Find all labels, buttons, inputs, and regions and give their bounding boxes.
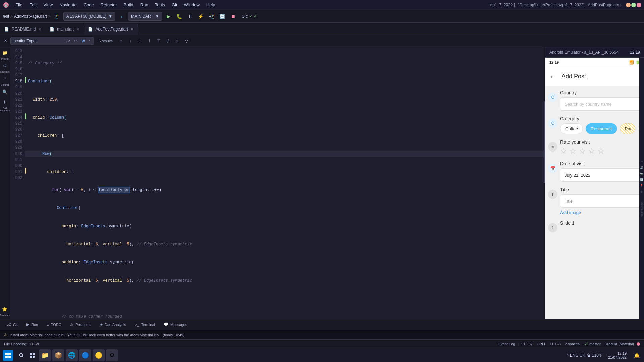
flutter-outline-btn[interactable]: Flutter Outline — [641, 202, 643, 217]
find-option1[interactable]: ⊺ — [146, 37, 153, 45]
star-5[interactable]: ☆ — [598, 147, 604, 156]
close-main-tab[interactable]: ✕ — [76, 27, 79, 31]
event-log-item[interactable]: Event Log — [497, 342, 517, 346]
chrome-icon[interactable]: 🟡 — [93, 349, 105, 361]
run-button[interactable]: ▶ — [164, 12, 173, 21]
menu-edit[interactable]: Edit — [26, 2, 39, 8]
menu-git[interactable]: Git — [169, 2, 180, 8]
find-option3[interactable]: ⊬ — [164, 37, 172, 45]
task-view-icon[interactable] — [27, 350, 38, 361]
deco-delete-icon[interactable]: 🗑 — [640, 190, 644, 194]
menu-refactor[interactable]: Refactor — [98, 2, 120, 8]
more-run-button[interactable]: 🔄 — [218, 12, 227, 21]
app-icon-extra[interactable]: ⚙ — [106, 349, 118, 361]
activity-icon-favorites[interactable]: ⭐ — [0, 305, 9, 313]
deco-location-icon[interactable]: 📍 — [640, 184, 644, 188]
maximize-button[interactable]: □ — [631, 3, 636, 7]
star-4[interactable]: ☆ — [588, 147, 595, 156]
line-ending-item[interactable]: CRLF — [535, 342, 548, 346]
flash-button[interactable]: ⚡ — [197, 12, 205, 21]
edge-icon[interactable]: 🔵 — [79, 349, 91, 361]
star-3[interactable]: ☆ — [579, 147, 586, 156]
tab-problems[interactable]: ⚠ Problems — [66, 320, 95, 329]
find-next-btn[interactable]: ↓ — [127, 37, 134, 45]
tab-terminal[interactable]: >_ Terminal — [131, 320, 159, 329]
tab-todo[interactable]: ≡ TODO — [43, 320, 65, 329]
menu-build[interactable]: Build — [121, 2, 136, 8]
deco-sound-icon[interactable]: 🔊 — [640, 166, 644, 170]
menu-code[interactable]: Code — [81, 2, 97, 8]
tab-git[interactable]: ⎇ Git — [3, 320, 22, 329]
device-button[interactable]: 📲 — [207, 12, 216, 21]
chip-coffee[interactable]: Coffee — [560, 123, 583, 134]
deco-back-icon[interactable]: ↩ — [640, 160, 644, 164]
back-button[interactable]: ← — [549, 73, 556, 80]
tab-readme[interactable]: 📄 README.md ✕ — [0, 24, 45, 35]
activity-icon-commit[interactable]: ⑂ — [1, 74, 9, 83]
deco-camera-icon[interactable]: 📷 — [640, 172, 644, 176]
find-filter-btn[interactable]: ▽ — [183, 37, 191, 45]
whole-word-btn[interactable]: W — [80, 39, 86, 43]
device-selector[interactable]: A 13 API 30 (MOBILE) ▼ — [63, 12, 115, 21]
chip-restaurant[interactable]: Restaurant — [586, 123, 617, 134]
browser-icon[interactable]: 🌐 — [66, 349, 78, 361]
undo-find-btn[interactable]: ↩ — [73, 39, 78, 43]
file-explorer-icon[interactable]: 📁 — [39, 349, 51, 361]
close-find[interactable]: ✕ — [3, 39, 8, 43]
menu-view[interactable]: View — [41, 2, 55, 8]
activity-icon-structure[interactable]: ⚙ — [1, 61, 9, 70]
regex-btn[interactable]: * — [88, 39, 92, 43]
encoding-item[interactable]: UTF-8 — [549, 342, 562, 346]
position-item[interactable]: 918:37 — [520, 342, 534, 346]
dropbox-icon[interactable]: 📦 — [52, 349, 64, 361]
find-expand-btn[interactable]: □ — [136, 37, 144, 45]
search-taskbar-icon[interactable] — [16, 350, 27, 361]
app-body[interactable]: C Country Search by country name C Categ… — [545, 86, 644, 319]
tab-dart-analysis[interactable]: ◈ Dart Analysis — [96, 320, 130, 329]
close-button[interactable]: ✕ — [637, 3, 641, 7]
branch-item[interactable]: ⎇ master — [582, 342, 602, 346]
deco-rotate-icon[interactable]: 🔄 — [640, 178, 644, 182]
activity-icon-project[interactable]: 📁 — [1, 48, 9, 57]
clock[interactable]: 12:19 21/07/2022 — [605, 351, 629, 359]
stop-button[interactable]: ⏹ — [229, 12, 237, 21]
menu-navigate[interactable]: Navigate — [57, 2, 79, 8]
indent-item[interactable]: 2 spaces — [564, 342, 581, 346]
code-editor[interactable]: 913 914 915 916 917 918 919 920 921 922 … — [10, 47, 545, 319]
run-config-selector[interactable]: MAIN.DART ▼ — [128, 12, 162, 21]
notification-center-icon[interactable]: 🔔 — [632, 351, 641, 360]
breadcrumb-file[interactable]: AddPostPage.dart — [14, 14, 47, 19]
tab-main-dart[interactable]: 📄 main.dart ✕ — [45, 24, 84, 35]
theme-item[interactable]: Dracula (Material) — [603, 342, 641, 346]
activity-icon-pull-requests[interactable]: ⬇ — [1, 98, 9, 106]
find-option4[interactable]: ≡ — [174, 37, 181, 45]
chip-par[interactable]: Par — [620, 123, 635, 134]
menu-tools[interactable]: Tools — [152, 2, 168, 8]
tray-up-arrow[interactable]: ^ — [567, 353, 569, 358]
breadcrumb-root[interactable]: ⊕st — [3, 14, 9, 19]
title-field[interactable]: Title — [560, 194, 641, 208]
activity-icon-search[interactable]: 🔍 — [1, 87, 9, 96]
debug-button[interactable]: 🐛 — [175, 12, 184, 21]
find-input[interactable] — [13, 39, 63, 43]
country-search-field[interactable]: Search by country name — [560, 97, 641, 111]
find-prev-btn[interactable]: ↑ — [117, 37, 125, 45]
tab-messages[interactable]: 💬 Messages — [160, 320, 191, 329]
case-sensitive-btn[interactable]: Cc — [64, 39, 71, 43]
menu-run[interactable]: Run — [138, 2, 151, 8]
star-2[interactable]: ☆ — [570, 147, 576, 156]
tab-addpostpage[interactable]: 📄 AddPostPage.dart ✕ — [84, 24, 138, 35]
find-option2[interactable]: ⊤ — [155, 37, 162, 45]
menu-window[interactable]: Window — [181, 2, 202, 8]
add-image-link[interactable]: Add image — [560, 210, 641, 215]
date-field[interactable]: July 21, 2022 — [560, 168, 641, 182]
start-button[interactable] — [3, 350, 13, 361]
star-1[interactable]: ☆ — [560, 147, 567, 156]
close-readme-tab[interactable]: ✕ — [38, 27, 41, 31]
tab-run[interactable]: ▶ Run — [22, 320, 42, 329]
menu-file[interactable]: File — [13, 2, 25, 8]
coverage-button[interactable]: ⏸ — [186, 12, 195, 21]
file-encoding-item[interactable]: File Encoding: UTF-8 — [3, 340, 40, 348]
menu-help[interactable]: Help — [204, 2, 218, 8]
minimize-button[interactable]: − — [626, 3, 631, 7]
